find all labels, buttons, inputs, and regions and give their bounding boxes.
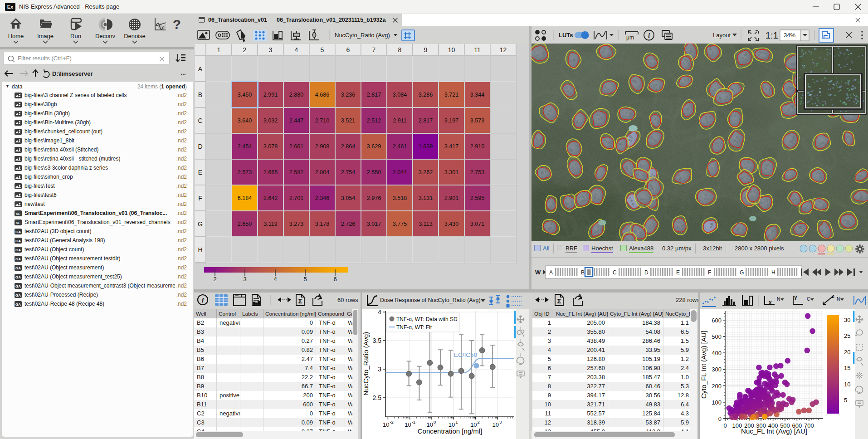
svg-text:GA: GA <box>15 248 21 252</box>
svg-text:A: A <box>549 269 553 276</box>
svg-text:0: 0 <box>718 415 722 422</box>
svg-text:i: i <box>648 32 650 39</box>
svg-text:GA: GA <box>15 230 21 234</box>
svg-text:5: 5 <box>844 397 847 404</box>
svg-text:5: 5 <box>303 276 307 283</box>
svg-text:6: 6 <box>333 276 336 283</box>
svg-text:0: 0 <box>723 422 727 429</box>
svg-text:NucCyto_Ratio (Avg): NucCyto_Ratio (Avg) <box>335 32 390 39</box>
svg-text:NucCyto_Ratio (Avg): NucCyto_Ratio (Avg) <box>362 332 370 396</box>
svg-text:3: 3 <box>378 366 381 373</box>
svg-text:N: N <box>837 297 840 302</box>
svg-text:TNF-ɑ, WT: Data with SD: TNF-ɑ, WT: Data with SD <box>396 316 458 322</box>
svg-text:3.5: 3.5 <box>373 337 382 344</box>
svg-text:Nuc_FL Int (Avg) [AU]: Nuc_FL Int (Avg) [AU] <box>741 427 807 435</box>
svg-text:0: 0 <box>434 419 436 424</box>
svg-text:-2: -2 <box>390 419 393 424</box>
svg-text:GA: GA <box>15 239 21 243</box>
svg-text:3: 3 <box>243 276 246 283</box>
svg-text:C: C <box>807 297 810 302</box>
svg-text:GA: GA <box>15 266 21 270</box>
svg-text:GA: GA <box>15 275 21 279</box>
svg-text:x: x <box>769 299 772 306</box>
svg-text:?: ? <box>173 17 181 32</box>
svg-text:3: 3 <box>499 419 502 424</box>
svg-text:1:1: 1:1 <box>766 30 778 40</box>
svg-text:G: G <box>740 269 744 276</box>
svg-text:10: 10 <box>492 421 498 428</box>
svg-text:400: 400 <box>712 350 722 356</box>
svg-text:Dose Response of NucCyto_Ratio: Dose Response of NucCyto_Ratio (Avg) <box>380 297 481 303</box>
svg-text:C: C <box>613 269 617 276</box>
svg-text:GA: GA <box>15 293 21 298</box>
svg-text:GA: GA <box>15 284 21 288</box>
svg-text:2: 2 <box>478 419 480 424</box>
svg-text:2.5: 2.5 <box>373 394 382 401</box>
svg-text:60 rows: 60 rows <box>337 297 358 303</box>
svg-text:Concentration [ng/ml]: Concentration [ng/ml] <box>418 427 483 435</box>
svg-text:10: 10 <box>844 381 850 388</box>
svg-text:i: i <box>202 297 204 304</box>
svg-text:E: E <box>676 269 680 276</box>
svg-text:N: N <box>777 297 780 302</box>
svg-text:y: y <box>794 294 797 300</box>
svg-text:34%: 34% <box>784 32 795 39</box>
svg-text:600: 600 <box>712 317 722 324</box>
svg-text:Σ: Σ <box>298 297 302 305</box>
svg-text:2: 2 <box>213 276 216 283</box>
svg-text:15: 15 <box>844 365 850 371</box>
svg-text:z: z <box>832 293 834 299</box>
svg-text:H: H <box>771 269 775 276</box>
svg-text:25: 25 <box>844 332 850 339</box>
svg-text:200: 200 <box>712 383 722 390</box>
svg-text:GA: GA <box>15 302 21 307</box>
svg-text:4: 4 <box>273 276 277 283</box>
svg-text:500: 500 <box>712 333 722 340</box>
svg-text:...: ... <box>180 69 186 76</box>
svg-text:LUTs: LUTs <box>559 32 573 39</box>
svg-text:1: 1 <box>455 419 458 424</box>
svg-text:228 rows: 228 rows <box>676 297 698 303</box>
svg-text:Σ: Σ <box>557 297 561 305</box>
svg-text:-1: -1 <box>412 419 415 424</box>
svg-text:EC/IC50: EC/IC50 <box>454 351 477 358</box>
svg-text:F: F <box>708 269 711 276</box>
svg-text:100: 100 <box>712 399 722 406</box>
svg-text:D: D <box>644 269 649 276</box>
svg-text:10: 10 <box>383 421 389 428</box>
svg-text:30: 30 <box>844 317 850 323</box>
svg-text:10: 10 <box>405 421 411 428</box>
svg-text:μm: μm <box>626 34 634 41</box>
svg-text:TNF-ɑ, WT: Fit: TNF-ɑ, WT: Fit <box>396 324 432 331</box>
svg-text:300: 300 <box>712 366 722 373</box>
svg-text:Layout: Layout <box>713 32 731 39</box>
svg-text:4: 4 <box>378 309 381 316</box>
svg-text:SE: SE <box>16 221 21 225</box>
svg-text:20: 20 <box>844 349 850 356</box>
svg-text:D:\limseserver: D:\limseserver <box>52 70 93 77</box>
svg-text:Cyto_FL Int (Avg) [AU]: Cyto_FL Int (Avg) [AU] <box>700 331 707 399</box>
svg-text:W: W <box>535 269 541 276</box>
svg-text:100: 100 <box>732 422 742 429</box>
svg-text:SE: SE <box>16 212 21 216</box>
svg-text:GA: GA <box>15 257 21 261</box>
svg-text:B: B <box>581 269 585 276</box>
